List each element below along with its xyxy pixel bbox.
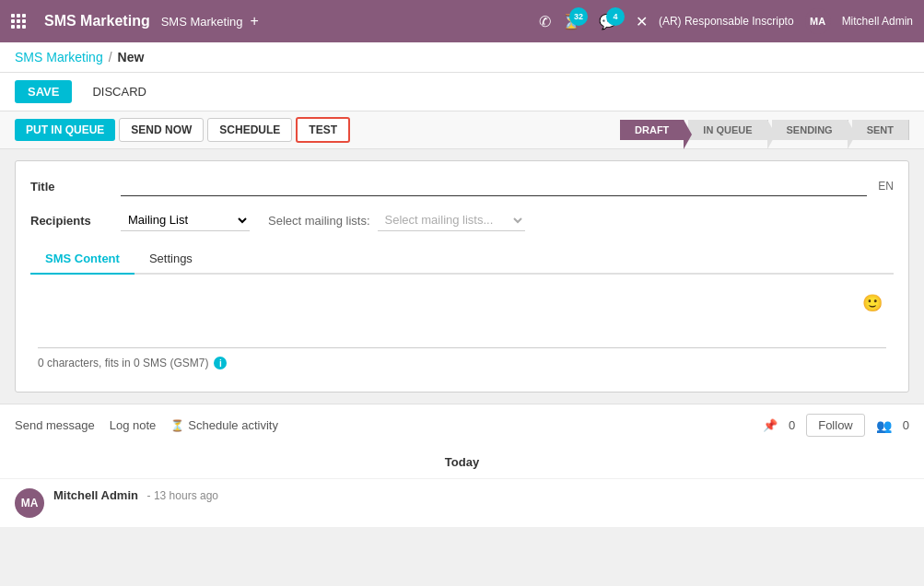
clock-badge-count: 32 [569,7,588,26]
recipients-label: Recipients [30,214,113,228]
sms-content-area: 🙂 0 characters, fits in 0 SMS (GSM7) i [30,286,894,377]
chat-badge-wrapper[interactable]: 💬 4 [599,13,617,30]
apps-grid-button[interactable] [11,14,26,29]
breadcrumb-separator: / [109,50,112,64]
chat-badge-count: 4 [606,7,625,26]
clock-badge-wrapper[interactable]: ⏳ 32 [562,13,580,30]
phone-icon[interactable]: ✆ [539,13,551,30]
pipeline-step-draft[interactable]: DRAFT [620,120,684,140]
message-body: Mitchell Admin - 13 hours ago [53,488,909,518]
clock-icon: ⏳ [170,419,184,432]
action-bar: SAVE DISCARD [0,73,924,111]
today-label: Today [445,455,479,469]
users-count: 0 [903,418,909,432]
today-separator: Today [0,446,924,478]
title-input[interactable] [121,176,867,196]
breadcrumb-current: New [118,50,145,64]
char-count-text: 0 characters, fits in 0 SMS (GSM7) [38,357,208,369]
user-name-label: Mitchell Admin [842,15,913,28]
save-button[interactable]: SAVE [15,80,72,103]
pipeline-step-inqueue[interactable]: IN QUEUE [688,120,767,140]
pipeline-step-sent[interactable]: SENT [852,120,909,140]
sms-textarea[interactable] [38,293,886,348]
char-info: 0 characters, fits in 0 SMS (GSM7) i [38,357,886,369]
tab-sms-content[interactable]: SMS Content [30,244,135,275]
followers-count: 0 [789,418,795,432]
chatter-bar: Send message Log note ⏳ Schedule activit… [0,404,924,446]
schedule-activity-label: Schedule activity [188,418,278,432]
avatar[interactable]: MA [805,8,831,34]
schedule-button[interactable]: SCHEDULE [207,118,292,142]
tab-settings[interactable]: Settings [135,244,207,275]
current-app-link[interactable]: SMS Marketing [161,15,243,29]
chatter-right: 📌 0 Follow 👥 0 [763,414,909,437]
main-content: Title EN Recipients Mailing List Contact… [0,149,924,404]
navbar-center: SMS Marketing + [161,13,528,29]
schedule-activity-button[interactable]: ⏳ Schedule activity [170,418,278,432]
users-icon: 👥 [876,418,892,433]
paperclip-icon: 📌 [763,418,778,432]
app-title: SMS Marketing [44,13,150,29]
user-region-label: (AR) Responsable Inscripto [659,15,794,28]
breadcrumb-parent[interactable]: SMS Marketing [15,50,103,64]
title-row: Title EN [30,176,894,196]
pipeline: DRAFT IN QUEUE SENDING SENT [620,120,909,140]
apps-grid-icon [11,14,26,29]
navbar: SMS Marketing SMS Marketing + ✆ ⏳ 32 💬 4… [0,0,924,42]
message-time: - 13 hours ago [147,489,218,502]
recipients-row: Recipients Mailing List Contacts Custome… [30,209,894,231]
recipients-select[interactable]: Mailing List Contacts Customers [121,209,250,231]
message-author: Mitchell Admin [53,488,138,502]
tabs-bar: SMS Content Settings [30,244,894,275]
emoji-icon[interactable]: 🙂 [862,293,883,313]
form-card: Title EN Recipients Mailing List Contact… [15,160,909,393]
title-lang: EN [878,180,894,193]
message-avatar: MA [15,488,44,518]
content-wrapper: SMS Marketing / New SAVE DISCARD PUT IN … [0,42,924,586]
send-message-label: Send message [15,418,95,432]
put-in-queue-button[interactable]: PUT IN QUEUE [15,119,115,141]
follow-button[interactable]: Follow [806,414,865,437]
send-now-button[interactable]: SEND NOW [119,118,204,142]
info-icon[interactable]: i [214,357,227,369]
test-button[interactable]: TEST [296,117,350,143]
message-item: MA Mitchell Admin - 13 hours ago [0,478,924,527]
breadcrumb-bar: SMS Marketing / New [0,42,924,73]
log-note-label: Log note [110,418,157,432]
send-message-button[interactable]: Send message [15,418,95,432]
mailing-list-label: Select mailing lists: [268,214,370,228]
close-icon[interactable]: ✕ [636,13,648,30]
navbar-right: ✆ ⏳ 32 💬 4 ✕ (AR) Responsable Inscripto … [539,8,913,34]
add-app-button[interactable]: + [251,13,259,29]
log-note-button[interactable]: Log note [110,418,157,432]
workflow-bar: PUT IN QUEUE SEND NOW SCHEDULE TEST DRAF… [0,111,924,149]
pipeline-step-sending[interactable]: SENDING [772,120,848,140]
title-label: Title [30,180,113,193]
mailing-list-select[interactable]: Select mailing lists... [378,209,525,231]
discard-button[interactable]: DISCARD [79,80,159,103]
